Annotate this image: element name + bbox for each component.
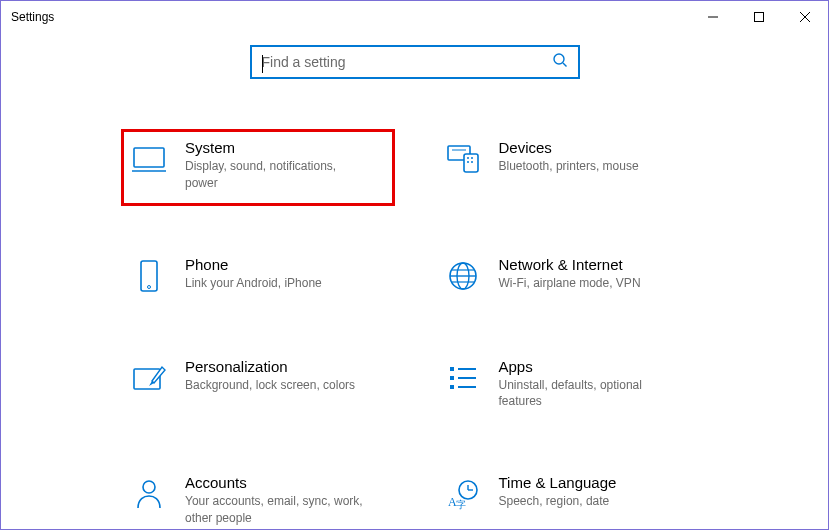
search-input[interactable] — [262, 54, 552, 70]
tile-desc: Background, lock screen, colors — [185, 377, 355, 394]
tile-system[interactable]: System Display, sound, notifications, po… — [121, 129, 395, 206]
svg-point-12 — [471, 157, 473, 159]
tile-phone[interactable]: Phone Link your Android, iPhone — [121, 246, 395, 308]
search-container — [1, 33, 828, 79]
svg-rect-24 — [458, 368, 476, 370]
tile-desc: Speech, region, date — [499, 493, 617, 510]
svg-point-4 — [554, 54, 564, 64]
tile-label: System — [185, 139, 365, 156]
tile-devices[interactable]: Devices Bluetooth, printers, mouse — [435, 129, 709, 206]
svg-rect-25 — [450, 376, 454, 380]
svg-rect-1 — [755, 13, 764, 22]
tile-label: Phone — [185, 256, 322, 273]
svg-point-13 — [467, 161, 469, 163]
tile-accounts[interactable]: Accounts Your accounts, email, sync, wor… — [121, 464, 395, 530]
svg-point-11 — [467, 157, 469, 159]
apps-list-icon — [445, 360, 481, 396]
search-icon — [552, 52, 568, 72]
search-box[interactable] — [250, 45, 580, 79]
tile-text: Devices Bluetooth, printers, mouse — [499, 139, 639, 175]
close-icon — [800, 12, 810, 22]
tile-label: Accounts — [185, 474, 365, 491]
tile-desc: Your accounts, email, sync, work, other … — [185, 493, 365, 527]
phone-icon — [131, 258, 167, 294]
tile-label: Apps — [499, 358, 679, 375]
tile-text: Time & Language Speech, region, date — [499, 474, 617, 510]
maximize-icon — [754, 12, 764, 22]
maximize-button[interactable] — [736, 1, 782, 33]
window-controls — [690, 1, 828, 33]
tile-text: Accounts Your accounts, email, sync, wor… — [185, 474, 365, 527]
devices-icon — [445, 141, 481, 177]
tile-network[interactable]: Network & Internet Wi-Fi, airplane mode,… — [435, 246, 709, 308]
minimize-button[interactable] — [690, 1, 736, 33]
svg-rect-6 — [134, 148, 164, 167]
tile-apps[interactable]: Apps Uninstall, defaults, optional featu… — [435, 348, 709, 425]
globe-icon — [445, 258, 481, 294]
tile-desc: Display, sound, notifications, power — [185, 158, 365, 192]
tile-desc: Uninstall, defaults, optional features — [499, 377, 679, 411]
person-icon — [131, 476, 167, 512]
tile-desc: Wi-Fi, airplane mode, VPN — [499, 275, 641, 292]
close-button[interactable] — [782, 1, 828, 33]
system-icon — [131, 141, 167, 177]
svg-point-14 — [471, 161, 473, 163]
svg-rect-23 — [450, 367, 454, 371]
svg-rect-27 — [450, 385, 454, 389]
svg-line-5 — [563, 63, 567, 67]
tile-desc: Link your Android, iPhone — [185, 275, 322, 292]
text-caret — [262, 55, 263, 73]
svg-rect-28 — [458, 386, 476, 388]
minimize-icon — [708, 12, 718, 22]
tile-text: Network & Internet Wi-Fi, airplane mode,… — [499, 256, 641, 292]
svg-point-29 — [143, 481, 155, 493]
tile-label: Time & Language — [499, 474, 617, 491]
tile-text: Apps Uninstall, defaults, optional featu… — [499, 358, 679, 411]
svg-rect-10 — [464, 154, 478, 172]
tile-label: Personalization — [185, 358, 355, 375]
svg-text:字: 字 — [456, 499, 466, 510]
tile-desc: Bluetooth, printers, mouse — [499, 158, 639, 175]
svg-rect-15 — [141, 261, 157, 291]
tile-personalization[interactable]: Personalization Background, lock screen,… — [121, 348, 395, 425]
tile-label: Network & Internet — [499, 256, 641, 273]
tile-text: System Display, sound, notifications, po… — [185, 139, 365, 192]
settings-grid: System Display, sound, notifications, po… — [1, 79, 828, 530]
tile-text: Phone Link your Android, iPhone — [185, 256, 322, 292]
tile-label: Devices — [499, 139, 639, 156]
tile-text: Personalization Background, lock screen,… — [185, 358, 355, 394]
window-title: Settings — [11, 10, 54, 24]
paintbrush-icon — [131, 360, 167, 396]
time-language-icon: A字 — [445, 476, 481, 512]
titlebar: Settings — [1, 1, 828, 33]
svg-point-16 — [148, 285, 151, 288]
svg-rect-26 — [458, 377, 476, 379]
tile-time[interactable]: A字 Time & Language Speech, region, date — [435, 464, 709, 530]
